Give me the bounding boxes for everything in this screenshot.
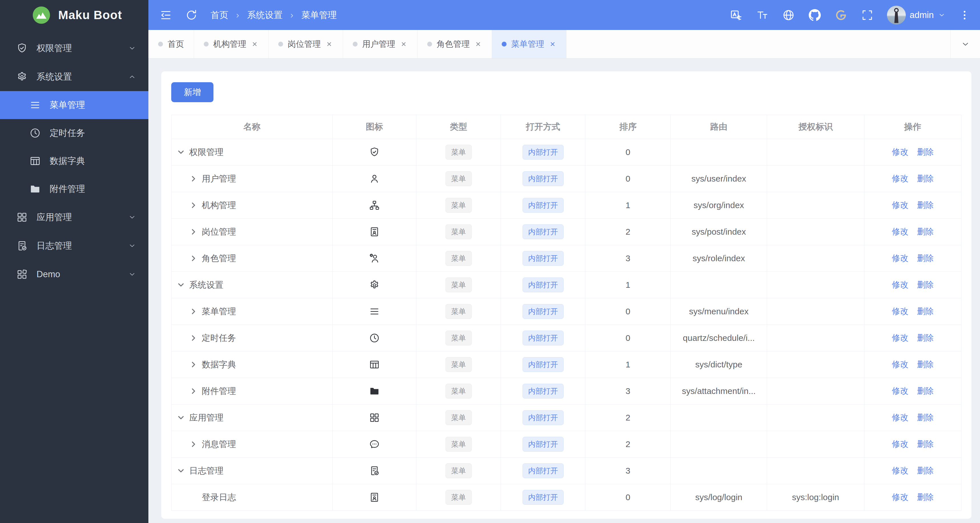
sidebar-item-system[interactable]: 系统设置 — [0, 62, 148, 91]
add-button[interactable]: 新增 — [171, 82, 213, 102]
tab-menu[interactable]: 菜单管理 — [492, 30, 566, 58]
delete-link[interactable]: 删除 — [917, 360, 934, 369]
delete-link[interactable]: 删除 — [917, 200, 934, 209]
edit-link[interactable]: 修改 — [892, 439, 908, 448]
translate-icon[interactable] — [729, 8, 743, 22]
sidebar: Maku Boot 权限管理系统设置菜单管理定时任务数据字典附件管理应用管理日志… — [0, 0, 148, 523]
sidebar-item-log[interactable]: 日志管理 — [0, 231, 148, 260]
table-row: 用户管理菜单内部打开0sys/user/index修改删除 — [172, 166, 961, 192]
auth-cell — [767, 218, 864, 245]
actions-cell: 修改删除 — [864, 378, 961, 405]
edit-link[interactable]: 修改 — [892, 227, 908, 236]
open-mode-tag: 内部打开 — [523, 251, 564, 266]
delete-link[interactable]: 删除 — [917, 307, 934, 316]
sidebar-item-dict[interactable]: 数据字典 — [0, 147, 148, 175]
user-menu[interactable]: admin — [887, 6, 946, 24]
edit-link[interactable]: 修改 — [892, 386, 908, 395]
breadcrumb-item[interactable]: 系统设置 — [247, 9, 283, 21]
name-cell: 用户管理 — [172, 166, 333, 192]
tabs-dropdown-button[interactable] — [950, 30, 980, 58]
github-icon[interactable] — [808, 8, 821, 22]
sidebar-item-app[interactable]: 应用管理 — [0, 203, 148, 231]
delete-link[interactable]: 删除 — [917, 413, 934, 422]
sidebar-item-schedule[interactable]: 定时任务 — [0, 119, 148, 147]
edit-link[interactable]: 修改 — [892, 493, 908, 502]
auth-cell — [767, 298, 864, 325]
close-icon[interactable] — [251, 40, 259, 48]
icon-cell — [332, 298, 416, 325]
delete-link[interactable]: 删除 — [917, 280, 934, 289]
delete-link[interactable]: 删除 — [917, 147, 934, 156]
delete-link[interactable]: 删除 — [917, 174, 934, 183]
tree-expand-icon[interactable] — [188, 226, 199, 237]
menu-table: 名称图标类型打开方式排序路由授权标识操作 权限管理菜单内部打开0修改删除用户管理… — [171, 115, 961, 511]
globe-icon[interactable] — [782, 8, 795, 22]
delete-link[interactable]: 删除 — [917, 333, 934, 342]
tree-expand-icon[interactable] — [188, 253, 199, 264]
sidebar-item-menu[interactable]: 菜单管理 — [0, 91, 148, 119]
tree-expand-icon[interactable] — [188, 386, 199, 397]
tab-role[interactable]: 角色管理 — [417, 30, 492, 58]
tab-org[interactable]: 机构管理 — [194, 30, 269, 58]
type-tag: 菜单 — [445, 145, 472, 159]
close-icon[interactable] — [549, 40, 557, 48]
topbar-left-actions — [159, 8, 198, 22]
edit-link[interactable]: 修改 — [892, 280, 908, 289]
tree-expand-icon[interactable] — [188, 333, 199, 343]
menu-name-text: 应用管理 — [189, 412, 223, 424]
delete-link[interactable]: 删除 — [917, 466, 934, 475]
gitee-icon[interactable] — [834, 8, 848, 22]
fullscreen-icon[interactable] — [861, 8, 874, 22]
close-icon[interactable] — [474, 40, 482, 48]
sort-cell: 0 — [585, 298, 671, 325]
delete-link[interactable]: 删除 — [917, 254, 934, 263]
tree-collapse-icon[interactable] — [175, 412, 186, 423]
tree-expand-icon[interactable] — [188, 306, 199, 317]
tree-expand-icon[interactable] — [188, 359, 199, 370]
tab-post[interactable]: 岗位管理 — [269, 30, 343, 58]
delete-link[interactable]: 删除 — [917, 227, 934, 236]
open-mode-tag: 内部打开 — [523, 145, 564, 159]
column-header-0: 名称 — [172, 115, 333, 139]
type-tag: 菜单 — [445, 463, 472, 478]
tree-collapse-icon[interactable] — [175, 465, 186, 476]
tree-expand-icon[interactable] — [188, 200, 199, 211]
edit-link[interactable]: 修改 — [892, 307, 908, 316]
menu-name-text: 附件管理 — [202, 385, 236, 397]
delete-link[interactable]: 删除 — [917, 493, 934, 502]
tree-expand-icon[interactable] — [188, 173, 199, 184]
delete-link[interactable]: 删除 — [917, 439, 934, 448]
tree-collapse-icon[interactable] — [175, 279, 186, 290]
user-gear-icon — [369, 253, 380, 264]
menu-name: 消息管理 — [175, 438, 328, 450]
font-size-icon[interactable] — [756, 8, 769, 22]
close-icon[interactable] — [400, 40, 407, 48]
sidebar-item-attachment[interactable]: 附件管理 — [0, 175, 148, 203]
edit-link[interactable]: 修改 — [892, 360, 908, 369]
tab-bar: 首页机构管理岗位管理用户管理角色管理菜单管理 — [148, 30, 980, 59]
type-tag: 菜单 — [445, 437, 472, 451]
refresh-icon[interactable] — [185, 8, 198, 22]
tree-collapse-icon[interactable] — [175, 147, 186, 158]
collapse-sidebar-icon[interactable] — [159, 8, 172, 22]
close-icon[interactable] — [325, 40, 333, 48]
auth-cell — [767, 458, 864, 484]
sidebar-item-demo[interactable]: Demo — [0, 260, 148, 289]
edit-link[interactable]: 修改 — [892, 147, 908, 156]
edit-link[interactable]: 修改 — [892, 174, 908, 183]
edit-link[interactable]: 修改 — [892, 413, 908, 422]
edit-link[interactable]: 修改 — [892, 333, 908, 342]
tree-expand-icon[interactable] — [188, 439, 199, 450]
tab-user[interactable]: 用户管理 — [343, 30, 417, 58]
more-menu-button[interactable] — [959, 10, 970, 21]
tab-home[interactable]: 首页 — [148, 30, 194, 58]
delete-link[interactable]: 删除 — [917, 386, 934, 395]
table-row: 岗位管理菜单内部打开2sys/post/index修改删除 — [172, 218, 961, 245]
sidebar-item-permission[interactable]: 权限管理 — [0, 34, 148, 62]
edit-link[interactable]: 修改 — [892, 466, 908, 475]
edit-link[interactable]: 修改 — [892, 200, 908, 209]
menu-name-text: 登录日志 — [202, 492, 236, 503]
edit-link[interactable]: 修改 — [892, 254, 908, 263]
open-mode-cell: 内部打开 — [501, 405, 585, 431]
breadcrumb-item[interactable]: 首页 — [211, 9, 228, 21]
